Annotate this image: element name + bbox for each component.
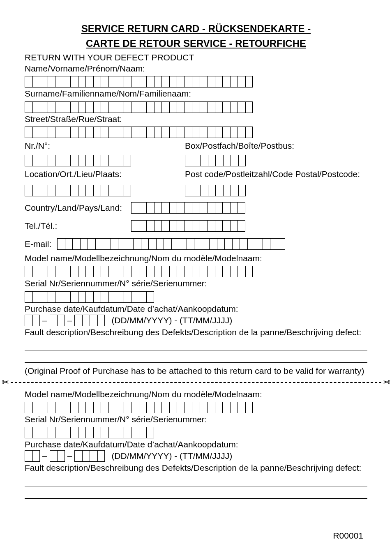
label-postcode: Post code/Postleitzahl/Code Postal/Postc…	[185, 169, 367, 179]
cut-line: ✂ ✂	[0, 378, 392, 387]
label-box: Box/Postfach/Boîte/Postbus:	[185, 140, 367, 151]
label-surname: Surname/Familienname/Nom/Familienaam:	[25, 88, 367, 99]
scissors-icon-right: ✂	[381, 378, 392, 387]
page-title-line1: SERVICE RETURN CARD - RÜCKSENDEKARTE -	[25, 23, 367, 35]
input-tel[interactable]	[131, 220, 245, 232]
fault-line-4[interactable]	[25, 486, 367, 499]
label-location: Location/Ort./Lieu/Plaats:	[25, 169, 185, 179]
label-street: Street/Straße/Rue/Straat:	[25, 114, 367, 124]
page-title-line2: CARTE DE RETOUR SERVICE - RETOURFICHE	[25, 37, 367, 50]
input-date-yyyy[interactable]	[74, 315, 105, 326]
input-model[interactable]	[25, 266, 367, 277]
input-email[interactable]	[57, 238, 285, 250]
input-nr[interactable]	[25, 155, 131, 166]
label-country: Country/Land/Pays/Land:	[25, 203, 125, 213]
label-model: Model name/Modellbezeichnung/Nom du modè…	[25, 253, 367, 263]
input-name[interactable]	[25, 76, 367, 88]
return-with-note: RETURN WITH YOUR DEFECT PRODUCT	[25, 52, 367, 62]
label-serial: Serial Nr/Seriennummer/N° série/Serienum…	[25, 278, 367, 288]
input-date-mm-2[interactable]	[50, 450, 65, 462]
label-nr: Nr./N°:	[25, 140, 185, 151]
fault-line-2[interactable]	[25, 350, 367, 363]
label-tel: Tel./Tél.:	[25, 221, 125, 231]
footer-code: R00001	[333, 531, 363, 541]
input-serial[interactable]	[25, 291, 154, 303]
input-street[interactable]	[25, 127, 367, 138]
input-date-dd[interactable]	[25, 315, 40, 326]
date-separator-3: –	[42, 451, 48, 461]
input-location[interactable]	[25, 185, 131, 196]
date-format-hint: (DD/MM/YYYY) - (TT/MM/JJJJ)	[111, 315, 232, 325]
input-model-2[interactable]	[25, 402, 367, 413]
date-separator-4: –	[67, 451, 73, 461]
label-serial-2: Serial Nr/Seriennummer/N° série/Serienum…	[25, 414, 367, 424]
fault-line-1[interactable]	[25, 338, 367, 350]
scissors-icon-left: ✂	[0, 378, 11, 387]
input-country[interactable]	[131, 202, 245, 214]
input-serial-2[interactable]	[25, 427, 154, 438]
input-surname[interactable]	[25, 101, 367, 113]
date-separator-2: –	[67, 315, 73, 325]
date-format-hint-2: (DD/MM/YYYY) - (TT/MM/JJJJ)	[111, 451, 232, 461]
label-fault-2: Fault description/Beschreibung des Defek…	[25, 463, 367, 473]
label-model-2: Model name/Modellbezeichnung/Nom du modè…	[25, 389, 367, 399]
label-purchase-2: Purchase date/Kaufdatum/Date d’achat/Aan…	[25, 439, 367, 449]
label-email: E-mail:	[25, 239, 51, 249]
input-box[interactable]	[185, 155, 246, 166]
label-fault: Fault description/Beschreibung des Defek…	[25, 327, 367, 337]
label-purchase: Purchase date/Kaufdatum/Date d’achat/Aan…	[25, 304, 367, 314]
input-date-yyyy-2[interactable]	[74, 450, 105, 462]
fault-line-3[interactable]	[25, 474, 367, 486]
proof-of-purchase-note: (Original Proof of Purchase has to be at…	[25, 366, 367, 376]
date-separator-1: –	[42, 315, 48, 325]
input-date-mm[interactable]	[50, 315, 65, 326]
input-date-dd-2[interactable]	[25, 450, 40, 462]
label-name: Name/Vorname/Prénom/Naam:	[25, 63, 367, 74]
input-postcode[interactable]	[185, 185, 246, 196]
